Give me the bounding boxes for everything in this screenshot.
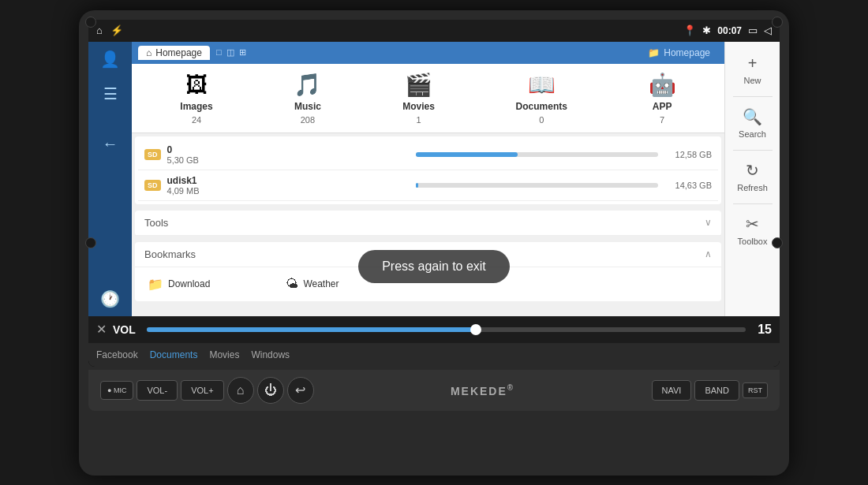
brand-registered: ® bbox=[507, 383, 514, 392]
bm-documents-label: Documents bbox=[150, 349, 198, 360]
bm-facebook-label: Facebook bbox=[96, 349, 138, 360]
history-icon[interactable]: 🕐 bbox=[100, 289, 120, 308]
toolbox-label: Toolbox bbox=[738, 237, 768, 246]
images-label: Images bbox=[180, 101, 212, 112]
vol-knob[interactable] bbox=[470, 324, 481, 335]
car-unit: ⌂ ⚡ 📍 ✱ 00:07 ▭ ◁ 👤 ☰ ← 🕐 bbox=[79, 10, 789, 476]
back-icon[interactable]: ← bbox=[103, 135, 118, 153]
file-type-movies[interactable]: 🎬 Movies 1 bbox=[402, 72, 435, 125]
back-label: ↩ bbox=[295, 382, 305, 397]
ctrl-group-right: NAVI BAND RST bbox=[652, 380, 768, 401]
home-label: ⌂ bbox=[237, 383, 245, 397]
storage-item-sd[interactable]: SD 0 5,30 GB 12,58 GB bbox=[138, 140, 718, 170]
bookmarks-row: Facebook Documents Movies Windows bbox=[88, 343, 780, 367]
app-icon: 🤖 bbox=[649, 72, 676, 98]
status-time: 00:07 bbox=[717, 25, 742, 36]
vol-up-button[interactable]: VOL+ bbox=[181, 380, 223, 401]
bm-windows[interactable]: Windows bbox=[251, 349, 290, 360]
vol-number: 15 bbox=[752, 323, 772, 337]
status-right: 📍 ✱ 00:07 ▭ ◁ bbox=[683, 24, 772, 36]
profile-icon[interactable]: 👤 bbox=[100, 50, 120, 69]
refresh-button[interactable]: ↻ Refresh bbox=[729, 155, 776, 199]
refresh-label: Refresh bbox=[737, 183, 768, 192]
tab-icon-2[interactable]: ◫ bbox=[226, 47, 234, 58]
navi-button[interactable]: NAVI bbox=[652, 380, 692, 401]
menu-icon[interactable]: ☰ bbox=[103, 84, 118, 103]
search-label: Search bbox=[739, 129, 766, 139]
movies-label: Movies bbox=[402, 101, 435, 112]
tab-icon-3[interactable]: ⊞ bbox=[239, 47, 246, 58]
images-count: 24 bbox=[192, 115, 201, 125]
search-button[interactable]: 🔍 Search bbox=[729, 102, 776, 145]
ctrl-group-left: ● MIC VOL- VOL+ ⌂ ⏻ ↩ bbox=[100, 377, 314, 404]
home-button[interactable]: ⌂ bbox=[227, 377, 254, 404]
bookmarks-arrow: ∧ bbox=[705, 248, 712, 259]
tab-homepage-active[interactable]: ⌂ Homepage bbox=[138, 46, 210, 60]
vol-slider[interactable] bbox=[147, 327, 746, 332]
tab-actions: □ ◫ ⊞ bbox=[216, 47, 246, 58]
storage-used-2: 4,09 MB bbox=[167, 186, 410, 196]
battery-icon: ▭ bbox=[748, 24, 758, 36]
storage-total-2: 14,63 GB bbox=[664, 181, 712, 190]
bookmark-download[interactable]: 📁 Download bbox=[141, 274, 216, 295]
file-type-app[interactable]: 🤖 APP 7 bbox=[649, 72, 676, 125]
divider-3 bbox=[733, 203, 773, 204]
right-sidebar: + New 🔍 Search ↻ Refresh ✂ Toolbox bbox=[724, 42, 780, 316]
screw-tl bbox=[85, 17, 96, 28]
tools-arrow: ∨ bbox=[705, 217, 712, 228]
file-type-music[interactable]: 🎵 Music 208 bbox=[294, 72, 321, 125]
bookmark-weather[interactable]: 🌤 Weather bbox=[279, 274, 345, 295]
sd-badge-1: SD bbox=[144, 149, 161, 160]
navi-label: NAVI bbox=[662, 386, 682, 395]
band-button[interactable]: BAND bbox=[694, 380, 739, 401]
file-type-documents[interactable]: 📖 Documents 0 bbox=[516, 72, 567, 125]
tools-section: Tools ∨ bbox=[135, 211, 721, 236]
file-type-images[interactable]: 🖼 Images 24 bbox=[180, 72, 212, 125]
left-sidebar: 👤 ☰ ← 🕐 bbox=[88, 42, 132, 316]
storage-item-udisk[interactable]: SD udisk1 4,09 MB 14,63 GB bbox=[138, 170, 718, 201]
band-label: BAND bbox=[705, 386, 729, 395]
screw-ml bbox=[85, 237, 96, 248]
bookmark-weather-label: Weather bbox=[303, 278, 339, 289]
documents-label: Documents bbox=[516, 101, 567, 112]
bookmarks-label: Bookmarks bbox=[144, 248, 196, 260]
brand-name: MEKEDE bbox=[451, 384, 507, 397]
download-icon: 📁 bbox=[148, 277, 163, 292]
screen-area: ⌂ ⚡ 📍 ✱ 00:07 ▭ ◁ 👤 ☰ ← 🕐 bbox=[88, 20, 780, 367]
bluetooth-icon: ✱ bbox=[702, 24, 711, 36]
vol-up-label: VOL+ bbox=[191, 386, 213, 395]
bm-documents[interactable]: Documents bbox=[150, 349, 198, 360]
vol-slider-fill bbox=[147, 327, 476, 332]
storage-bar-2 bbox=[416, 183, 658, 188]
mic-button[interactable]: ● MIC bbox=[100, 381, 133, 400]
storage-name-2: udisk1 bbox=[167, 175, 410, 186]
vol-down-label: VOL- bbox=[147, 386, 167, 395]
divider-2 bbox=[733, 150, 773, 151]
tab-inactive-label: Homepage bbox=[664, 47, 710, 58]
power-button[interactable]: ⏻ bbox=[257, 377, 284, 404]
divider-1 bbox=[733, 96, 773, 97]
tab-homepage-inactive[interactable]: 📁 Homepage bbox=[640, 46, 718, 60]
status-bar: ⌂ ⚡ 📍 ✱ 00:07 ▭ ◁ bbox=[88, 20, 780, 42]
rst-button[interactable]: RST bbox=[743, 382, 768, 398]
new-label: New bbox=[743, 76, 761, 85]
bm-movies[interactable]: Movies bbox=[209, 349, 239, 360]
new-button[interactable]: + New bbox=[729, 48, 776, 91]
main-content: 👤 ☰ ← 🕐 ⌂ Homepage □ ◫ ⊞ bbox=[88, 42, 780, 316]
back-button[interactable]: ↩ bbox=[287, 377, 314, 404]
control-bar: ● MIC VOL- VOL+ ⌂ ⏻ ↩ MEKEDE® NAVI bbox=[88, 370, 780, 411]
vol-down-button[interactable]: VOL- bbox=[137, 380, 178, 401]
power-label: ⏻ bbox=[264, 383, 277, 397]
documents-count: 0 bbox=[539, 115, 544, 125]
usb-status-icon: ⚡ bbox=[110, 24, 123, 36]
tab-icon-1[interactable]: □ bbox=[216, 47, 222, 58]
bm-movies-label: Movies bbox=[209, 349, 239, 360]
tools-header[interactable]: Tools ∨ bbox=[135, 211, 721, 236]
bookmark-items: 📁 Download 🌤 Weather bbox=[135, 267, 721, 301]
refresh-icon: ↻ bbox=[746, 161, 759, 180]
rst-label: RST bbox=[748, 386, 762, 394]
bookmarks-header[interactable]: Bookmarks ∧ bbox=[135, 242, 721, 267]
bm-facebook[interactable]: Facebook bbox=[96, 349, 138, 360]
toolbox-button[interactable]: ✂ Toolbox bbox=[729, 209, 776, 252]
vol-close-icon[interactable]: ✕ bbox=[96, 322, 107, 337]
